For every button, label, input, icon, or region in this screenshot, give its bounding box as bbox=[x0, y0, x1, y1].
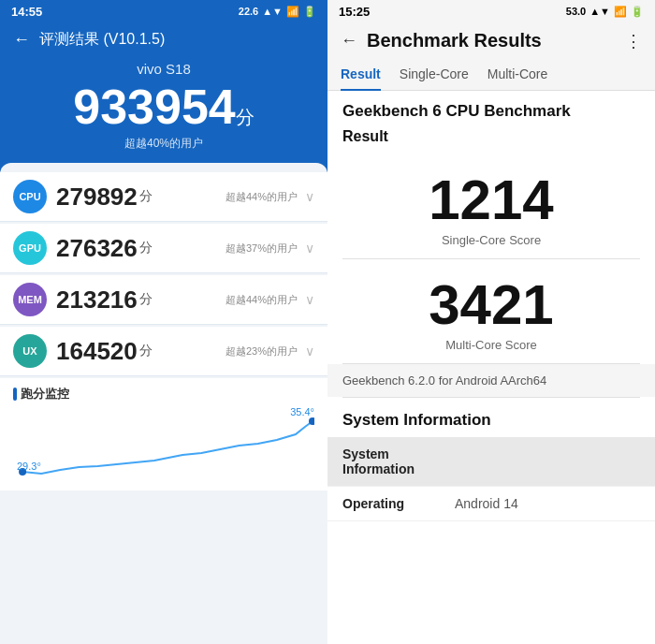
temp-top-label: 35.4° bbox=[290, 406, 314, 417]
left-back-button[interactable]: ← bbox=[13, 30, 30, 50]
badge-mem: MEM bbox=[13, 283, 47, 316]
score-subtitle: 超越40%的用户 bbox=[124, 136, 203, 152]
cpu-score: 279892 bbox=[56, 183, 138, 212]
main-score-value: 933954分 bbox=[73, 80, 255, 134]
gpu-right: 超越37%的用户 ∨ bbox=[226, 241, 314, 256]
badge-cpu: CPU bbox=[13, 180, 47, 213]
temperature-chart bbox=[13, 406, 314, 490]
temp-bottom-label: 29.3° bbox=[17, 461, 41, 472]
sys-info-key-0: System Information bbox=[342, 446, 455, 476]
single-core-score-label: Single-Core Score bbox=[442, 233, 541, 247]
left-score-section: vivo S18 933954分 超越40%的用户 bbox=[0, 57, 328, 163]
tab-single-core[interactable]: Single-Core bbox=[400, 59, 469, 91]
metric-row-gpu: GPU 276326 分 超越37%的用户 ∨ bbox=[0, 224, 328, 273]
monitor-section: 跑分监控 35.4° 29.3° bbox=[0, 378, 328, 490]
single-core-score-value: 1214 bbox=[429, 169, 553, 231]
right-back-button[interactable]: ← bbox=[341, 31, 357, 51]
cpu-right: 超越44%的用户 ∨ bbox=[226, 189, 314, 204]
left-panel: 14:55 22.6 ▲▼ 📶 🔋 ← 评测结果 (V10.1.5) vivo … bbox=[0, 0, 328, 644]
device-name: vivo S18 bbox=[137, 61, 191, 77]
gpu-chevron-icon[interactable]: ∨ bbox=[305, 241, 314, 256]
metric-row-ux: UX 164520 分 超越23%的用户 ∨ bbox=[0, 327, 328, 376]
tab-multi-core[interactable]: Multi-Core bbox=[488, 59, 548, 91]
badge-ux: UX bbox=[13, 334, 47, 368]
sys-info-header: System Information bbox=[328, 398, 655, 437]
ux-score: 164520 bbox=[56, 337, 138, 366]
sys-info-row-0: System Information bbox=[328, 437, 655, 487]
right-battery-icon: 🔋 bbox=[631, 6, 644, 18]
left-status-bar: 14:55 22.6 ▲▼ 📶 🔋 bbox=[0, 0, 328, 22]
right-status-bar: 15:25 53.0 ▲▼ 📶 🔋 bbox=[328, 0, 655, 22]
mem-chevron-icon[interactable]: ∨ bbox=[305, 292, 314, 307]
left-network-icon: ▲▼ bbox=[262, 6, 283, 17]
ux-chevron-icon[interactable]: ∨ bbox=[305, 344, 314, 359]
right-time: 15:25 bbox=[339, 5, 370, 19]
metric-row-cpu: CPU 279892 分 超越44%的用户 ∨ bbox=[0, 172, 328, 222]
multi-core-score-block: 3421 Multi-Core Score bbox=[328, 259, 655, 363]
tab-result[interactable]: Result bbox=[341, 59, 381, 91]
cpu-chevron-icon[interactable]: ∨ bbox=[305, 189, 314, 204]
right-panel: 15:25 53.0 ▲▼ 📶 🔋 ← Benchmark Results ⋮ … bbox=[328, 0, 655, 644]
benchmark-section-title: Geekbench 6 CPU Benchmark bbox=[328, 91, 655, 128]
mem-score: 213216 bbox=[56, 285, 138, 315]
right-page-title: Benchmark Results bbox=[367, 30, 616, 51]
gpu-score: 276326 bbox=[56, 234, 138, 263]
right-header: ← Benchmark Results ⋮ bbox=[328, 22, 655, 59]
geekbench-info: Geekbench 6.2.0 for Android AArch64 bbox=[328, 364, 655, 397]
tabs-bar: Result Single-Core Multi-Core bbox=[328, 59, 655, 91]
left-page-title: 评测结果 (V10.1.5) bbox=[39, 30, 165, 50]
chart-area: 35.4° 29.3° bbox=[13, 406, 314, 490]
left-wifi-icon: 📶 bbox=[286, 6, 299, 18]
right-wifi-icon: 📶 bbox=[614, 6, 627, 18]
single-core-score-block: 1214 Single-Core Score bbox=[328, 154, 655, 258]
badge-gpu: GPU bbox=[13, 231, 47, 265]
right-content: Geekbench 6 CPU Benchmark Result 1214 Si… bbox=[328, 91, 655, 644]
multi-core-score-label: Multi-Core Score bbox=[445, 338, 537, 352]
result-label: Result bbox=[328, 128, 655, 154]
multi-core-score-value: 3421 bbox=[429, 274, 553, 336]
monitor-title: 跑分监控 bbox=[13, 386, 314, 402]
sys-info-key-1: Operating bbox=[342, 496, 455, 511]
mem-right: 超越44%的用户 ∨ bbox=[226, 292, 314, 307]
right-network-icon: ▲▼ bbox=[590, 6, 610, 17]
left-signal: 22.6 bbox=[239, 6, 258, 17]
ux-right: 超越23%的用户 ∨ bbox=[226, 344, 314, 359]
metrics-section: CPU 279892 分 超越44%的用户 ∨ GPU 276326 分 超越3… bbox=[0, 163, 328, 644]
left-time: 14:55 bbox=[11, 5, 42, 19]
metric-row-mem: MEM 213216 分 超越44%的用户 ∨ bbox=[0, 275, 328, 325]
left-status-icons: 22.6 ▲▼ 📶 🔋 bbox=[239, 6, 316, 18]
right-status-icons: 53.0 ▲▼ 📶 🔋 bbox=[566, 6, 644, 18]
sys-info-row-1: Operating Android 14 bbox=[328, 487, 655, 521]
more-options-icon[interactable]: ⋮ bbox=[625, 31, 642, 51]
right-signal: 53.0 bbox=[566, 6, 586, 17]
sys-info-val-1: Android 14 bbox=[455, 496, 518, 511]
left-header: ← 评测结果 (V10.1.5) bbox=[0, 22, 328, 57]
left-battery-icon: 🔋 bbox=[303, 6, 316, 18]
